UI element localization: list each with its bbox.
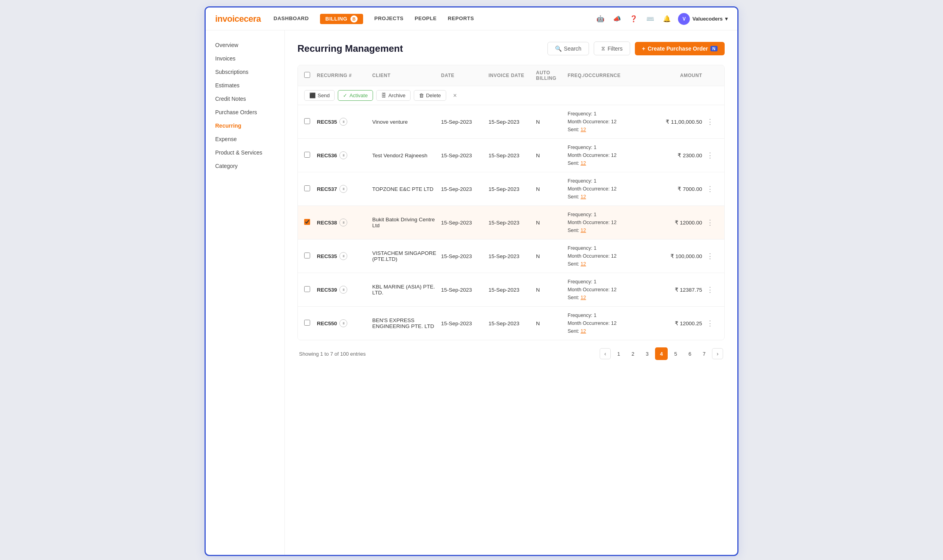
more-options-button[interactable]: ⋮ (702, 185, 718, 193)
pause-icon[interactable]: ⏸ (339, 118, 347, 126)
sent-link[interactable]: 12 (581, 127, 586, 132)
row-checkbox[interactable] (304, 286, 310, 292)
trash-icon: 🗑 (419, 92, 424, 98)
date: 15-Sep-2023 (441, 321, 489, 326)
send-icon: ⬛ (309, 92, 316, 98)
frequency: Frequency: 1Month Occurrence: 12Sent: 12 (568, 211, 647, 234)
sidebar-item-expense[interactable]: Expense (206, 132, 284, 146)
keyboard-icon[interactable]: ⌨️ (645, 13, 656, 25)
pause-icon[interactable]: ⏸ (339, 319, 347, 327)
recurring-number: REC538 ⏸ (317, 219, 372, 226)
sidebar-item-subscriptions[interactable]: Subscriptions (206, 65, 284, 79)
search-icon: 🔍 (555, 45, 562, 52)
pause-icon[interactable]: ⏸ (339, 286, 347, 294)
sent-link[interactable]: 12 (581, 328, 586, 334)
sent-link[interactable]: 12 (581, 261, 586, 267)
sidebar-item-product-services[interactable]: Product & Services (206, 146, 284, 159)
more-options-button[interactable]: ⋮ (702, 252, 718, 260)
row-checkbox[interactable] (304, 219, 310, 225)
row-checkbox-cell (304, 219, 317, 226)
bell-icon[interactable]: 🔔 (661, 13, 672, 25)
pause-icon[interactable]: ⏸ (339, 185, 347, 193)
sent-link[interactable]: 12 (581, 194, 586, 200)
nav-projects[interactable]: PROJECTS (374, 14, 403, 24)
prev-page-button[interactable]: ‹ (600, 348, 611, 359)
more-options-button[interactable]: ⋮ (702, 218, 718, 227)
client-name: VISTACHEM SINGAPORE (PTE.LTD) (372, 250, 441, 262)
page-3-button[interactable]: 3 (641, 347, 653, 360)
pause-icon[interactable]: ⏸ (339, 252, 347, 260)
filter-icon: ⧖ (601, 45, 605, 52)
page-2-button[interactable]: 2 (627, 347, 639, 360)
close-toolbar-button[interactable]: × (451, 91, 459, 100)
row-checkbox[interactable] (304, 253, 310, 258)
pause-icon[interactable]: ⏸ (339, 219, 347, 226)
page-1-button[interactable]: 1 (612, 347, 625, 360)
header-checkbox-cell (304, 72, 317, 79)
date: 15-Sep-2023 (441, 220, 489, 226)
app-frame: invoicecera DASHBOARD BILLING B PROJECTS… (205, 6, 738, 556)
row-checkbox[interactable] (304, 118, 310, 124)
nav-reports[interactable]: REPORTS (448, 14, 474, 24)
next-page-button[interactable]: › (712, 348, 723, 359)
help-icon[interactable]: ❓ (628, 13, 639, 25)
sidebar-item-estimates[interactable]: Estimates (206, 79, 284, 92)
more-options-button[interactable]: ⋮ (702, 151, 718, 160)
client-name: KBL MARINE (ASIA) PTE. LTD. (372, 284, 441, 296)
invoice-date: 15-Sep-2023 (489, 220, 536, 226)
archive-button[interactable]: 🗄 Archive (376, 90, 411, 101)
nav-people[interactable]: PEOPLE (415, 14, 437, 24)
row-checkbox-cell (304, 118, 317, 125)
more-options-button[interactable]: ⋮ (702, 117, 718, 126)
create-purchase-order-button[interactable]: + Create Purchase Order N (635, 42, 725, 55)
select-all-checkbox[interactable] (304, 72, 310, 78)
page-4-button[interactable]: 4 (655, 347, 668, 360)
row-checkbox[interactable] (304, 152, 310, 158)
table-row: REC537 ⏸ TOPZONE E&C PTE LTD 15-Sep-2023… (298, 172, 724, 206)
delete-button[interactable]: 🗑 Delete (414, 90, 446, 101)
avatar: V (678, 13, 690, 25)
recurring-number: REC539 ⏸ (317, 286, 372, 294)
chevron-down-icon: ▾ (725, 16, 728, 22)
row-checkbox[interactable] (304, 320, 310, 326)
page-6-button[interactable]: 6 (684, 347, 696, 360)
sent-link[interactable]: 12 (581, 228, 586, 233)
date: 15-Sep-2023 (441, 119, 489, 125)
sidebar-item-purchase-orders[interactable]: Purchase Orders (206, 106, 284, 119)
nav-billing[interactable]: BILLING B (320, 14, 364, 24)
recurring-number: REC535 ⏸ (317, 118, 372, 126)
auto-billing: N (536, 119, 568, 125)
nav-dashboard[interactable]: DASHBOARD (274, 14, 309, 24)
recurring-table: RECURRING # CLIENT DATE INVOICE DATE AUT… (297, 65, 725, 340)
sidebar-item-invoices[interactable]: Invoices (206, 52, 284, 65)
activate-button[interactable]: ✓ Activate (338, 90, 373, 101)
action-toolbar: ⬛ Send ✓ Activate 🗄 Archive 🗑 Delete (298, 86, 724, 105)
recurring-number: REC535 ⏸ (317, 252, 372, 260)
auto-billing: N (536, 153, 568, 158)
sidebar-item-category[interactable]: Category (206, 159, 284, 173)
sidebar-item-recurring[interactable]: Recurring (206, 119, 284, 132)
sidebar-item-credit-notes[interactable]: Credit Notes (206, 92, 284, 106)
search-button[interactable]: 🔍 Search (547, 42, 589, 55)
amount: ₹ 12387.75 (647, 287, 702, 293)
page-7-button[interactable]: 7 (698, 347, 710, 360)
more-options-button[interactable]: ⋮ (702, 285, 718, 294)
row-checkbox[interactable] (304, 185, 310, 191)
more-options-button[interactable]: ⋮ (702, 319, 718, 328)
megaphone-icon[interactable]: 📣 (612, 13, 623, 25)
sent-link[interactable]: 12 (581, 160, 586, 166)
page-5-button[interactable]: 5 (669, 347, 682, 360)
send-button[interactable]: ⬛ Send (304, 90, 335, 101)
client-name: Vinove venture (372, 119, 441, 125)
robot-icon[interactable]: 🤖 (595, 13, 606, 25)
sent-link[interactable]: 12 (581, 295, 586, 300)
main-content: Recurring Management 🔍 Search ⧖ Filters … (285, 30, 737, 555)
new-badge: N (710, 46, 718, 51)
filters-button[interactable]: ⧖ Filters (594, 41, 630, 55)
header-date: DATE (441, 73, 489, 78)
sidebar-item-overview[interactable]: Overview (206, 38, 284, 52)
auto-billing: N (536, 253, 568, 259)
user-menu[interactable]: V Valuecoders ▾ (678, 13, 728, 25)
invoice-date: 15-Sep-2023 (489, 186, 536, 192)
pause-icon[interactable]: ⏸ (339, 151, 347, 159)
